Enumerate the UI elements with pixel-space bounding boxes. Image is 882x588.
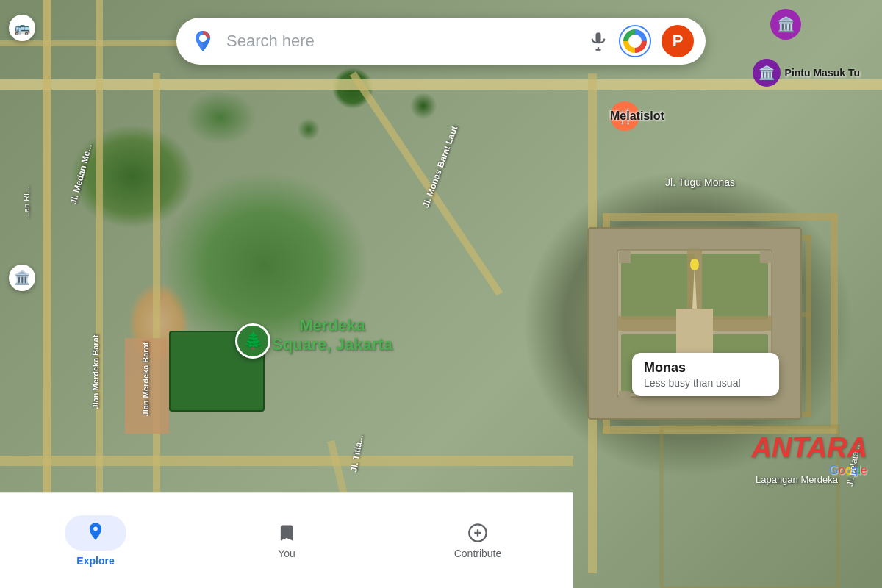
maps-logo	[188, 26, 218, 56]
search-bar[interactable]: Search here P	[176, 18, 706, 65]
brand-area: ANTARA Google	[573, 371, 882, 489]
google-logo: Google	[829, 464, 867, 477]
you-label: You	[278, 548, 295, 559]
antara-logo: ANTARA	[751, 432, 867, 464]
bus-stop-icon[interactable]: 🚌	[9, 15, 35, 41]
memorial-pin-bg: 🏛️	[770, 9, 801, 40]
svg-point-37	[199, 35, 207, 42]
contribute-label: Contribute	[454, 548, 502, 559]
svg-line-6	[353, 74, 500, 294]
pintu-masuk-container[interactable]: 🏛️ Pintu Masuk Tu	[753, 59, 860, 87]
svg-rect-28	[676, 309, 713, 353]
search-input[interactable]: Search here	[226, 32, 579, 51]
explore-label: Explore	[76, 555, 114, 567]
svg-rect-0	[0, 79, 882, 90]
merdeka-line2: Square, Jakarta	[272, 335, 392, 354]
melatislot-text: Melatislot	[610, 110, 664, 123]
search-icons: P	[588, 25, 694, 57]
you-icon	[276, 523, 297, 543]
svg-rect-2	[96, 0, 103, 492]
explore-icon-bg	[65, 515, 126, 551]
memorial-pin[interactable]: 🏛️	[770, 9, 801, 40]
contribute-icon	[467, 523, 488, 543]
bottom-navigation: Explore You Contribute	[0, 492, 573, 588]
museum-pin: 🏛️	[753, 59, 781, 87]
svg-point-30	[690, 259, 699, 270]
street-tugu-monas-label: Jl. Tugu Monas	[665, 176, 735, 188]
svg-rect-7	[603, 213, 838, 220]
merdeka-park-pin[interactable]: 🌲	[235, 323, 270, 359]
park-pin-icon: 🌲	[235, 323, 270, 359]
pintu-masuk-label: Pintu Masuk Tu	[785, 67, 860, 79]
building-icon[interactable]: 🏛️	[9, 265, 35, 291]
svg-rect-32	[760, 251, 772, 263]
nav-you[interactable]: You	[191, 511, 382, 571]
svg-rect-1	[43, 0, 51, 492]
merdeka-line1: Merdeka	[272, 316, 392, 335]
street-an-ri-label: ...an RI...	[22, 187, 31, 220]
street-merdeka-barat1-label: Jlan Merdeka Barat	[91, 335, 100, 409]
explore-icon	[85, 521, 106, 542]
svg-rect-15	[0, 456, 573, 466]
antara-text: ANTARA	[751, 432, 867, 464]
svg-rect-31	[619, 251, 631, 263]
nav-explore[interactable]: Explore	[0, 503, 191, 578]
google-lens-button[interactable]	[619, 25, 651, 57]
melatislot-container[interactable]: Melatislot 🍴	[610, 101, 639, 131]
profile-button[interactable]: P	[662, 25, 694, 57]
merdeka-square-label: Merdeka Square, Jakarta	[272, 316, 392, 354]
street-merdeka-barat2-label: Jlan Merdeka Barat	[141, 343, 150, 417]
mic-icon[interactable]	[588, 31, 609, 51]
svg-rect-38	[596, 32, 601, 43]
lens-icon	[623, 29, 647, 53]
nav-contribute[interactable]: Contribute	[382, 511, 573, 571]
